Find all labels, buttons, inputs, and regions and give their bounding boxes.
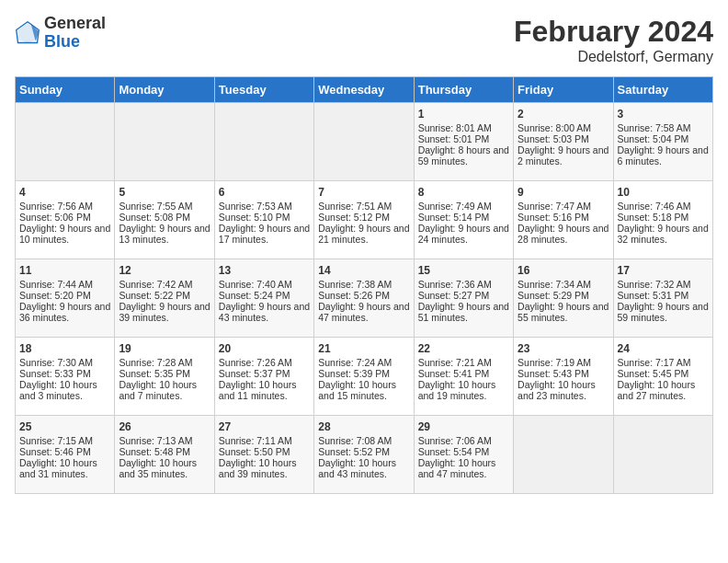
calendar-cell: 20Sunrise: 7:26 AMSunset: 5:37 PMDayligh… [214, 338, 313, 416]
sunrise-text: Sunrise: 7:36 AM [418, 279, 509, 290]
day-number: 23 [518, 342, 609, 355]
calendar-cell: 7Sunrise: 7:51 AMSunset: 5:12 PMDaylight… [314, 181, 414, 259]
day-number: 12 [119, 264, 210, 277]
day-number: 18 [19, 342, 110, 355]
logo: General Blue [15, 15, 106, 52]
sunset-text: Sunset: 5:35 PM [119, 368, 210, 379]
sunrise-text: Sunrise: 7:47 AM [518, 201, 609, 212]
calendar-cell: 13Sunrise: 7:40 AMSunset: 5:24 PMDayligh… [214, 259, 313, 338]
daylight-text: Daylight: 10 hours and 19 minutes. [418, 379, 509, 401]
calendar-cell: 24Sunrise: 7:17 AMSunset: 5:45 PMDayligh… [613, 338, 712, 416]
sunset-text: Sunset: 5:16 PM [518, 212, 609, 223]
daylight-text: Daylight: 9 hours and 28 minutes. [518, 223, 609, 245]
sunrise-text: Sunrise: 7:24 AM [318, 357, 409, 368]
daylight-text: Daylight: 8 hours and 59 minutes. [418, 144, 509, 167]
calendar-cell: 5Sunrise: 7:55 AMSunset: 5:08 PMDaylight… [115, 181, 214, 259]
sunset-text: Sunset: 5:52 PM [318, 446, 409, 457]
sunrise-text: Sunrise: 7:51 AM [318, 201, 409, 212]
sunrise-text: Sunrise: 7:15 AM [19, 435, 110, 446]
sunrise-text: Sunrise: 8:01 AM [418, 122, 509, 133]
sunrise-text: Sunrise: 7:56 AM [19, 201, 110, 212]
sunrise-text: Sunrise: 7:13 AM [119, 435, 210, 446]
sunset-text: Sunset: 5:45 PM [618, 368, 709, 379]
day-number: 20 [219, 342, 310, 355]
day-number: 6 [219, 186, 310, 199]
day-number: 8 [418, 186, 509, 199]
day-number: 17 [618, 264, 709, 277]
calendar-table: SundayMondayTuesdayWednesdayThursdayFrid… [15, 76, 713, 494]
general-blue-logo-icon [15, 20, 40, 46]
sunset-text: Sunset: 5:06 PM [19, 212, 110, 223]
calendar-cell: 25Sunrise: 7:15 AMSunset: 5:46 PMDayligh… [16, 416, 115, 494]
daylight-text: Daylight: 10 hours and 27 minutes. [618, 379, 709, 401]
daylight-text: Daylight: 9 hours and 47 minutes. [318, 301, 409, 323]
daylight-text: Daylight: 9 hours and 51 minutes. [418, 301, 509, 323]
calendar-week-row: 1Sunrise: 8:01 AMSunset: 5:01 PMDaylight… [16, 103, 713, 181]
sunset-text: Sunset: 5:12 PM [318, 212, 409, 223]
calendar-cell: 22Sunrise: 7:21 AMSunset: 5:41 PMDayligh… [414, 338, 513, 416]
calendar-cell: 9Sunrise: 7:47 AMSunset: 5:16 PMDaylight… [514, 181, 613, 259]
daylight-text: Daylight: 10 hours and 47 minutes. [418, 457, 509, 479]
day-number: 1 [418, 108, 509, 121]
daylight-text: Daylight: 9 hours and 13 minutes. [119, 223, 210, 245]
daylight-text: Daylight: 9 hours and 2 minutes. [518, 144, 609, 167]
sunrise-text: Sunrise: 7:46 AM [618, 201, 709, 212]
calendar-cell: 19Sunrise: 7:28 AMSunset: 5:35 PMDayligh… [115, 338, 214, 416]
day-number: 21 [318, 342, 409, 355]
sunset-text: Sunset: 5:03 PM [518, 133, 609, 144]
calendar-cell: 2Sunrise: 8:00 AMSunset: 5:03 PMDaylight… [514, 103, 613, 181]
sunrise-text: Sunrise: 7:21 AM [418, 357, 509, 368]
sunset-text: Sunset: 5:27 PM [418, 290, 509, 301]
sunrise-text: Sunrise: 7:53 AM [219, 201, 310, 212]
calendar-cell [613, 416, 712, 494]
daylight-text: Daylight: 9 hours and 43 minutes. [219, 301, 310, 323]
day-number: 28 [318, 420, 409, 433]
daylight-text: Daylight: 9 hours and 17 minutes. [219, 223, 310, 245]
day-number: 29 [418, 420, 509, 433]
logo-general: General [44, 15, 106, 33]
sunrise-text: Sunrise: 8:00 AM [518, 122, 609, 133]
daylight-text: Daylight: 9 hours and 21 minutes. [318, 223, 409, 245]
sunrise-text: Sunrise: 7:49 AM [418, 201, 509, 212]
calendar-cell: 1Sunrise: 8:01 AMSunset: 5:01 PMDaylight… [414, 103, 513, 181]
location-label: Dedelstorf, Germany [514, 49, 713, 65]
calendar-cell: 27Sunrise: 7:11 AMSunset: 5:50 PMDayligh… [214, 416, 313, 494]
sunset-text: Sunset: 5:37 PM [219, 368, 310, 379]
daylight-text: Daylight: 10 hours and 43 minutes. [318, 457, 409, 479]
day-of-week-header: Wednesday [314, 77, 414, 103]
logo-text: General Blue [44, 15, 106, 52]
day-of-week-header: Saturday [613, 77, 712, 103]
calendar-cell: 18Sunrise: 7:30 AMSunset: 5:33 PMDayligh… [16, 338, 115, 416]
calendar-cell: 17Sunrise: 7:32 AMSunset: 5:31 PMDayligh… [613, 259, 712, 338]
daylight-text: Daylight: 9 hours and 6 minutes. [618, 144, 709, 167]
calendar-cell [214, 103, 313, 181]
daylight-text: Daylight: 10 hours and 23 minutes. [518, 379, 609, 401]
sunrise-text: Sunrise: 7:58 AM [618, 122, 709, 133]
sunset-text: Sunset: 5:46 PM [19, 446, 110, 457]
calendar-cell: 28Sunrise: 7:08 AMSunset: 5:52 PMDayligh… [314, 416, 414, 494]
sunset-text: Sunset: 5:14 PM [418, 212, 509, 223]
day-number: 16 [518, 264, 609, 277]
sunrise-text: Sunrise: 7:55 AM [119, 201, 210, 212]
sunset-text: Sunset: 5:31 PM [618, 290, 709, 301]
calendar-cell: 15Sunrise: 7:36 AMSunset: 5:27 PMDayligh… [414, 259, 513, 338]
sunset-text: Sunset: 5:54 PM [418, 446, 509, 457]
day-number: 3 [618, 108, 709, 121]
daylight-text: Daylight: 9 hours and 39 minutes. [119, 301, 210, 323]
daylight-text: Daylight: 10 hours and 15 minutes. [318, 379, 409, 401]
day-number: 4 [19, 186, 110, 199]
sunset-text: Sunset: 5:10 PM [219, 212, 310, 223]
daylight-text: Daylight: 10 hours and 35 minutes. [119, 457, 210, 479]
sunrise-text: Sunrise: 7:32 AM [618, 279, 709, 290]
calendar-cell: 21Sunrise: 7:24 AMSunset: 5:39 PMDayligh… [314, 338, 414, 416]
sunset-text: Sunset: 5:22 PM [119, 290, 210, 301]
calendar-cell: 14Sunrise: 7:38 AMSunset: 5:26 PMDayligh… [314, 259, 414, 338]
sunrise-text: Sunrise: 7:34 AM [518, 279, 609, 290]
page-header: General Blue February 2024 Dedelstorf, G… [15, 15, 713, 65]
day-number: 24 [618, 342, 709, 355]
day-number: 22 [418, 342, 509, 355]
day-number: 25 [19, 420, 110, 433]
calendar-cell [115, 103, 214, 181]
day-number: 2 [518, 108, 609, 121]
day-of-week-header: Tuesday [214, 77, 313, 103]
